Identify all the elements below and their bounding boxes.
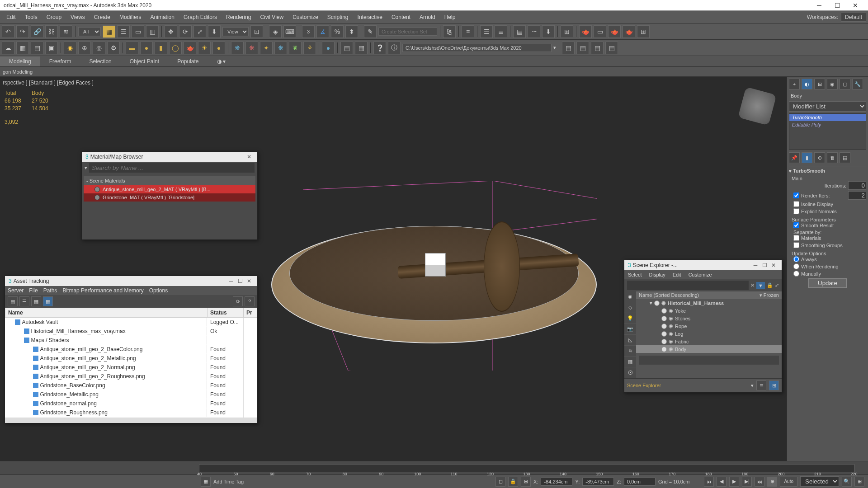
zoom-all-icon[interactable]: ⊞ bbox=[854, 477, 864, 487]
se-col-frozen[interactable]: ▾ Frozen bbox=[760, 292, 779, 298]
x-coord[interactable]: -84,234cm bbox=[541, 478, 572, 486]
render-frame-icon[interactable]: ▭ bbox=[594, 25, 606, 38]
vray-light-icon[interactable]: ● bbox=[322, 42, 335, 54]
visibility-icon[interactable] bbox=[661, 308, 667, 314]
move-icon[interactable]: ✥ bbox=[165, 25, 177, 38]
se-side-group-icon[interactable]: ▦ bbox=[624, 357, 636, 367]
view-cube-icon[interactable] bbox=[738, 87, 777, 126]
at-minimize-icon[interactable]: ─ bbox=[226, 278, 236, 284]
timeline-track[interactable]: 4050607080901001101201301401501601701801… bbox=[199, 464, 854, 472]
add-time-tag[interactable]: Add Time Tag bbox=[213, 479, 244, 484]
se-menu-display[interactable]: Display bbox=[649, 272, 665, 277]
se-tree-item[interactable]: ◉Log bbox=[636, 330, 782, 338]
update-button[interactable]: Update bbox=[808, 278, 847, 288]
layer-explorer-icon[interactable]: ☰ bbox=[480, 25, 493, 38]
mat-item-grindstone[interactable]: Grindstone_MAT ( VRayMtl ) [Grindstone] bbox=[84, 193, 255, 202]
se-tree-item[interactable]: ◉Stones bbox=[636, 314, 782, 322]
system-icon[interactable]: ⚙ bbox=[107, 42, 120, 54]
sun-icon[interactable]: ☀ bbox=[198, 42, 211, 54]
goto-start-icon[interactable]: ⏮ bbox=[704, 477, 714, 487]
tb2-icon-2[interactable]: ▦ bbox=[16, 42, 29, 54]
keyboard-shortcut-icon[interactable]: ⌨ bbox=[283, 25, 296, 38]
se-side-warp-icon[interactable]: ≋ bbox=[624, 346, 636, 357]
menu-help[interactable]: Help bbox=[440, 12, 460, 22]
menu-views[interactable]: Views bbox=[66, 12, 90, 22]
se-maximize-icon[interactable]: ☐ bbox=[760, 262, 769, 268]
visibility-icon[interactable] bbox=[661, 347, 667, 352]
iterations-spinner[interactable] bbox=[848, 181, 866, 190]
table-row[interactable]: Grindstone_Roughness.pngFound bbox=[5, 408, 257, 417]
unique-icon[interactable]: ⊕ bbox=[814, 152, 825, 163]
help-icon[interactable]: ❔ bbox=[373, 42, 386, 54]
tb2-icon-3[interactable]: ▤ bbox=[31, 42, 43, 54]
window-crossing-icon[interactable]: ▥ bbox=[146, 25, 159, 38]
se-layers-icon[interactable]: ≣ bbox=[756, 380, 766, 390]
cylinder-icon[interactable]: ▮ bbox=[155, 42, 167, 54]
motion-tab-icon[interactable]: ◉ bbox=[827, 79, 838, 89]
tb2-icon-1[interactable]: ☁ bbox=[2, 42, 14, 54]
menu-animation[interactable]: Animation bbox=[146, 12, 179, 22]
table-row[interactable]: Antique_stone_mill_geo_2_BaseColor.pngFo… bbox=[5, 345, 257, 354]
render-online-icon[interactable]: ⊞ bbox=[637, 25, 650, 38]
visibility-icon[interactable] bbox=[661, 324, 667, 329]
se-side-shape-icon[interactable]: ◇ bbox=[624, 302, 636, 313]
menu-scripting[interactable]: Scripting bbox=[323, 12, 353, 22]
remove-mod-icon[interactable]: 🗑 bbox=[827, 152, 838, 163]
explicit-normals-checkbox[interactable] bbox=[793, 208, 799, 214]
curve-editor-icon[interactable]: 〰 bbox=[528, 25, 540, 38]
material-editor-icon[interactable]: ⊞ bbox=[561, 25, 573, 38]
edit-selection-set-icon[interactable]: ✎ bbox=[364, 25, 377, 38]
at-col-pr[interactable]: Pr bbox=[244, 308, 257, 318]
show-end-icon[interactable]: ▮ bbox=[802, 152, 812, 163]
table-row[interactable]: Grindstone_BaseColor.pngFound bbox=[5, 381, 257, 390]
info-icon[interactable]: ⓘ bbox=[388, 42, 401, 54]
render-iters-spinner[interactable] bbox=[848, 191, 866, 200]
mat-search-input[interactable] bbox=[89, 163, 255, 173]
ribbon-tab-selection[interactable]: Selection bbox=[80, 56, 120, 66]
space-warp-icon[interactable]: ◎ bbox=[93, 42, 105, 54]
se-side-light-icon[interactable]: 💡 bbox=[624, 313, 636, 324]
se-footer-label[interactable]: Scene Explorer bbox=[627, 383, 748, 388]
sphere-icon[interactable]: ● bbox=[140, 42, 153, 54]
manipulate-icon[interactable]: ◈ bbox=[269, 25, 282, 38]
light-icon[interactable]: ◉ bbox=[64, 42, 76, 54]
mat-close-icon[interactable]: ✕ bbox=[245, 154, 254, 160]
update-rendering-radio[interactable] bbox=[793, 263, 799, 269]
se-side-helper-icon[interactable]: ◺ bbox=[624, 335, 636, 346]
menu-graph-editors[interactable]: Graph Editors bbox=[179, 12, 222, 22]
at-col-name[interactable]: Name bbox=[5, 308, 208, 318]
table-row[interactable]: Grindstone_normal.pngFound bbox=[5, 399, 257, 408]
menu-rendering[interactable]: Rendering bbox=[222, 12, 255, 22]
project-path-input[interactable] bbox=[402, 44, 552, 52]
torus-icon[interactable]: ◯ bbox=[169, 42, 182, 54]
particle-icon[interactable]: ❋ bbox=[231, 42, 244, 54]
table-row[interactable]: Grindstone_Metallic.pngFound bbox=[5, 390, 257, 399]
pin-stack-icon[interactable]: 📌 bbox=[789, 152, 800, 163]
menu-customize[interactable]: Customize bbox=[288, 12, 323, 22]
se-menu-edit[interactable]: Edit bbox=[673, 272, 681, 277]
se-tree-item[interactable]: ◉Rope bbox=[636, 322, 782, 330]
particle3-icon[interactable]: ✦ bbox=[260, 42, 273, 54]
hair-icon[interactable]: ⚘ bbox=[303, 42, 316, 54]
se-lock-icon[interactable]: 🔒 bbox=[767, 282, 773, 288]
spinner-snap-icon[interactable]: ⬍ bbox=[345, 25, 358, 38]
prev-frame-icon[interactable]: ◀ bbox=[717, 477, 726, 487]
layer2-icon[interactable]: ▦ bbox=[355, 42, 368, 54]
layer-all-icon[interactable]: ▤ bbox=[605, 42, 618, 54]
layer-icon[interactable]: ▤ bbox=[340, 42, 353, 54]
selection-filter-dropdown[interactable]: All bbox=[78, 27, 101, 36]
visibility-icon[interactable] bbox=[654, 300, 660, 306]
snap-toggle-icon[interactable]: 3 bbox=[302, 25, 315, 38]
time-slider[interactable]: 4050607080901001101201301401501601701801… bbox=[0, 461, 868, 474]
box-icon[interactable]: ▬ bbox=[126, 42, 138, 54]
viewport-label[interactable]: rspective ] [Standard ] [Edged Faces ] bbox=[3, 80, 94, 86]
se-close-icon[interactable]: ✕ bbox=[769, 262, 778, 268]
close-button[interactable]: ✕ bbox=[846, 2, 864, 9]
z-coord[interactable]: 0,0cm bbox=[624, 478, 656, 486]
at-menu-paths[interactable]: Paths bbox=[43, 287, 57, 294]
render-setup-icon[interactable]: 🫖 bbox=[579, 25, 592, 38]
gear-icon[interactable]: ❋ bbox=[274, 42, 287, 54]
mat-item-antique[interactable]: Antique_stone_mill_geo_2_MAT ( VRayMtl )… bbox=[84, 185, 255, 193]
stack-item-editable-poly[interactable]: Editable Poly bbox=[789, 121, 866, 128]
at-highlight-icon[interactable]: ▦ bbox=[43, 296, 53, 306]
